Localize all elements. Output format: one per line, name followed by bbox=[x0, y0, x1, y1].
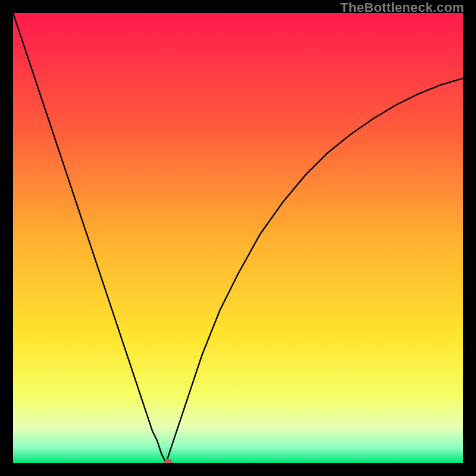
chart-frame: TheBottleneck.com bbox=[0, 0, 476, 476]
watermark-text: TheBottleneck.com bbox=[340, 0, 464, 15]
gradient-background bbox=[13, 13, 463, 463]
bottleneck-chart bbox=[13, 13, 463, 463]
